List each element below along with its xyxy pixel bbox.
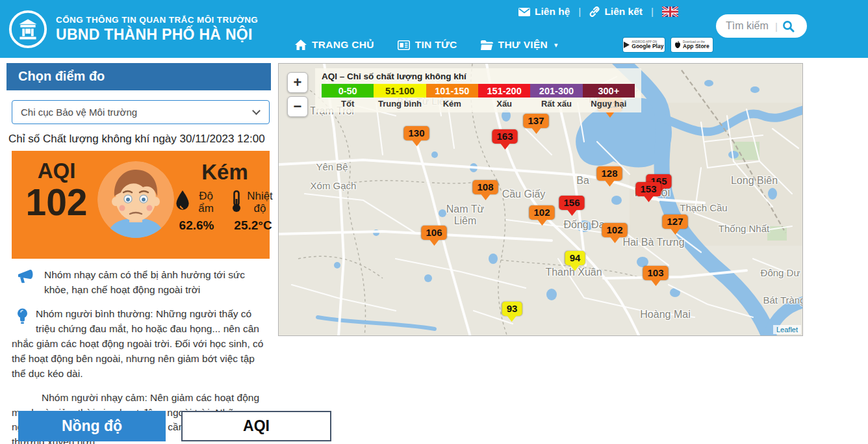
map-place-label: Đống Đa (563, 219, 604, 231)
link-separator: | (578, 6, 581, 18)
legend-band-label: Xấu (478, 99, 530, 109)
legend-bands: 0-5051-100101-150151-200201-300300+ (322, 84, 635, 98)
map-place-label: Hai Bà Trưng (622, 237, 684, 248)
legend-band-label: Kém (426, 99, 478, 109)
map-place-label: Bát Tràng (763, 294, 803, 306)
legend-band: 51-100 (374, 84, 426, 98)
legend-band: 151-200 (478, 84, 530, 98)
aqi-left: AQI 102 (16, 159, 97, 221)
aqi-panel: AQI 102 Ké (12, 151, 270, 259)
app-store-badge[interactable]: Download on the App Store (671, 38, 713, 52)
station-select[interactable]: Chi cục Bảo vệ Môi trường (12, 100, 270, 124)
site-title: UBND THÀNH PHỐ HÀ NỘI (56, 26, 258, 44)
google-play-badge[interactable]: ANDROID APP ON Google Play (623, 38, 665, 52)
aqi-marker[interactable]: 163 (492, 129, 517, 144)
nav-library[interactable]: THƯ VIỆN ▾ (481, 39, 558, 51)
aqi-right: Kém Độ ẩm 62.6% Nhiệt độ 25.2°C (174, 159, 275, 233)
zoom-in-button[interactable]: + (287, 72, 308, 93)
aqi-marker[interactable]: 94 (565, 251, 585, 265)
marker-tail (605, 181, 614, 187)
legend-band-label: Tốt (322, 99, 374, 109)
map-place-label: Long Biên (731, 175, 778, 187)
legend-band-label: Rất xấu (530, 99, 582, 109)
water-drop-icon (174, 190, 191, 212)
header: CỔNG THÔNG TIN QUAN TRẮC MÔI TRƯỜNG UBND… (0, 0, 868, 58)
site-brand[interactable]: CỔNG THÔNG TIN QUAN TRẮC MÔI TRƯỜNG UBND… (0, 0, 279, 58)
aqi-map[interactable]: + − AQI – Chỉ số chất lượng không khí 0-… (278, 63, 803, 336)
temperature-metric: Nhiệt độ 25.2°C (231, 190, 275, 233)
play-icon (624, 42, 630, 48)
map-place-label: Xóm Gạch (311, 180, 357, 191)
temperature-label: Nhiệt độ (244, 190, 275, 215)
aqi-marker[interactable]: 108 (472, 180, 498, 194)
megaphone-icon (17, 269, 36, 288)
envelope-icon (518, 8, 530, 16)
search-input[interactable] (726, 20, 774, 32)
reading-title: Chỉ số Chất lượng không khí ngày 30/11/2… (8, 133, 271, 146)
map-place-label: Đông Dư (761, 267, 800, 278)
legend-band: 101-150 (426, 84, 478, 98)
folder-icon (481, 40, 493, 50)
chevron-down-icon: ▾ (554, 41, 558, 49)
legend-band-label: Nguy hại (583, 99, 635, 109)
aqi-label: AQI (16, 159, 97, 183)
legend-band: 300+ (583, 84, 635, 98)
aqi-metrics: Độ ẩm 62.6% Nhiệt độ 25.2°C (174, 190, 275, 233)
marker-tail (500, 144, 509, 150)
contact-link[interactable]: Liên hệ (518, 6, 570, 18)
legend-band: 0-50 (322, 84, 374, 98)
marker-tail (670, 229, 680, 235)
legend-labels: TốtTrung bìnhKémXấuRất xấuNguy hại (322, 99, 635, 109)
marker-tail (651, 280, 660, 286)
station-select-wrap: Chi cục Bảo vệ Môi trường (12, 100, 270, 124)
thermometer-icon (231, 190, 242, 213)
aqi-marker[interactable]: 106 (421, 226, 446, 240)
marker-tail (537, 220, 546, 226)
apple-icon (674, 41, 681, 49)
aqi-button[interactable]: AQI (181, 411, 331, 441)
link-separator: | (651, 6, 654, 18)
concentration-button[interactable]: Nồng độ (18, 411, 166, 441)
search-icon[interactable] (782, 20, 795, 33)
main-nav: TRANG CHỦ TIN TỨC THƯ VIỆN ▾ ANDROID APP… (279, 38, 868, 52)
aqi-status: Kém (174, 160, 275, 185)
nav-news[interactable]: TIN TỨC (398, 39, 457, 51)
aqi-marker[interactable]: 127 (662, 215, 687, 229)
bottom-actions: Nồng độ AQI (18, 411, 331, 441)
home-icon (295, 40, 307, 50)
app-badges: ANDROID APP ON Google Play Download on t… (623, 38, 713, 52)
leaflet-attribution[interactable]: Leaflet (773, 325, 801, 334)
aqi-marker[interactable]: 128 (596, 166, 622, 181)
humidity-label: Độ ẩm (193, 190, 219, 215)
marker-tail (531, 128, 541, 134)
uk-flag-icon (662, 7, 678, 17)
aqi-legend: AQI – Chỉ số chất lượng không khí 0-5051… (315, 68, 641, 112)
legend-band: 201-300 (530, 84, 582, 98)
english-flag-button[interactable] (662, 7, 678, 17)
aqi-marker[interactable]: 102 (602, 223, 627, 237)
aqi-marker[interactable]: 93 (502, 302, 522, 316)
brand-text: CỔNG THÔNG TIN QUAN TRẮC MÔI TRƯỜNG UBND… (56, 15, 258, 44)
aqi-marker[interactable]: 137 (523, 114, 548, 128)
sidebar: Chọn điểm đo Chi cục Bảo vệ Môi trường C… (6, 63, 271, 444)
aqi-marker[interactable]: 156 (559, 196, 584, 210)
aqi-marker[interactable]: 102 (529, 205, 554, 220)
map-place-label: Hoàng Mai (640, 309, 690, 320)
marker-tail (412, 140, 421, 146)
map-place-label: Thạch Cầu (680, 202, 727, 213)
aqi-value: 102 (16, 183, 97, 221)
map-place-label: Ba (576, 175, 589, 187)
map-place-label: Thống Nhất (719, 223, 769, 234)
map-place-label: Nam Từ Liêm (439, 203, 491, 227)
aqi-marker[interactable]: 103 (643, 266, 668, 280)
nav-home[interactable]: TRANG CHỦ (295, 39, 374, 51)
advisory-sensitive: Nhóm nhạy cảm có thể bị ảnh hưởng tới sứ… (12, 268, 268, 298)
marker-tail (507, 316, 517, 322)
aqi-marker[interactable]: 153 (635, 182, 661, 196)
site-subtitle: CỔNG THÔNG TIN QUAN TRẮC MÔI TRƯỜNG (56, 15, 258, 25)
marker-tail (570, 265, 580, 271)
advisory-normal: Nhóm người bình thường: Những người thấy… (12, 307, 268, 382)
links-link[interactable]: Liên kết (589, 6, 643, 18)
aqi-marker[interactable]: 130 (403, 126, 429, 140)
zoom-out-button[interactable]: − (287, 96, 308, 117)
